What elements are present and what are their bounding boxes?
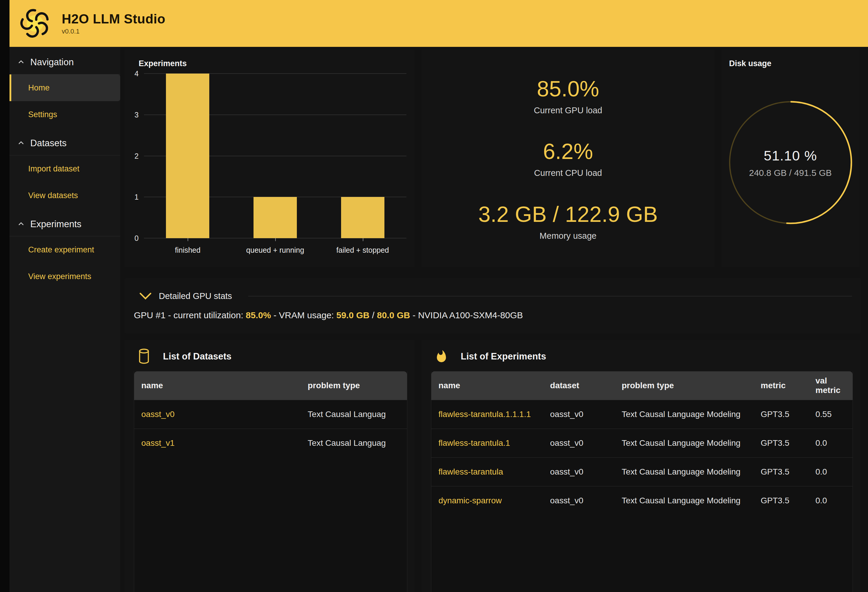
cpu-load-label: Current CPU load <box>534 168 602 178</box>
cell-problem-type: Text Causal Language Modeling <box>614 486 753 515</box>
experiments-list-card: List of Experiments namedatasetproblem t… <box>422 340 860 592</box>
table-row: flawless-tarantula.1oasst_v0Text Causal … <box>431 429 853 457</box>
cpu-load-stat: 6.2% Current CPU load <box>534 139 602 178</box>
experiments-chart-card: Experiments 01234finishedqueued + runnin… <box>124 50 415 267</box>
sidebar-item-create-experiment[interactable]: Create experiment <box>9 236 120 263</box>
table-row: flawless-tarantulaoasst_v0Text Causal La… <box>431 457 853 486</box>
gpu-details-card: Detailed GPU stats GPU #1 - current util… <box>124 278 861 333</box>
disk-usage-percent: 51.10 % <box>731 147 850 164</box>
experiments-list-title: List of Experiments <box>461 351 546 362</box>
sidebar-section-label: Datasets <box>30 138 66 149</box>
row-name-link[interactable]: flawless-tarantula <box>431 457 543 486</box>
sidebar-section-label: Navigation <box>30 57 74 68</box>
column-header-problem-type: problem type <box>301 371 407 400</box>
cell-val-metric: 0.0 <box>808 457 853 486</box>
sidebar-section-navigation[interactable]: Navigation <box>9 47 120 74</box>
experiments-table-wrap: namedatasetproblem typemetricval metric … <box>431 371 853 592</box>
database-icon <box>137 348 151 365</box>
table-row: flawless-tarantula.1.1.1.1oasst_v0Text C… <box>431 400 853 429</box>
chevron-up-icon <box>17 58 25 67</box>
sidebar-section-experiments[interactable]: Experiments <box>9 209 120 236</box>
experiments-list-header: List of Experiments <box>435 348 546 365</box>
table-row: oasst_v1Text Causal Languag <box>134 429 407 457</box>
row-name-link[interactable]: flawless-tarantula.1 <box>431 429 543 457</box>
disk-usage-title: Disk usage <box>729 59 772 68</box>
column-header-metric: metric <box>754 371 808 400</box>
gpu-stat-text: GPU #1 - current utilization: <box>134 310 246 320</box>
chart-title: Experiments <box>139 59 187 68</box>
sidebar-item-view-experiments[interactable]: View experiments <box>9 263 120 290</box>
experiments-table: namedatasetproblem typemetricval metric … <box>431 371 853 515</box>
cell-dataset: oasst_v0 <box>543 457 614 486</box>
x-axis-label: finished <box>175 246 200 255</box>
sidebar-item-label: Settings <box>28 110 57 119</box>
sidebar-item-import-dataset[interactable]: Import dataset <box>9 155 120 182</box>
bar-slot: finished <box>144 74 232 238</box>
row-name-link[interactable]: oasst_v1 <box>134 429 301 457</box>
chevron-down-icon <box>139 292 152 301</box>
sidebar-item-label: Home <box>28 83 50 93</box>
app-header: H2O LLM Studio v0.0.1 <box>9 0 868 47</box>
sidebar-section-datasets[interactable]: Datasets <box>9 128 120 155</box>
bar-queued-running <box>254 197 297 238</box>
sidebar-item-label: View experiments <box>28 272 92 281</box>
left-edge <box>0 0 9 592</box>
cell-val-metric: 0.55 <box>808 400 853 429</box>
column-header-name: name <box>431 371 543 400</box>
x-axis-tick <box>187 238 188 241</box>
cell-dataset: oasst_v0 <box>543 429 614 457</box>
gpu-details-title: Detailed GPU stats <box>159 291 232 301</box>
sidebar: Navigation Home Settings Datasets Import… <box>9 47 120 592</box>
disk-usage-readout: 51.10 % 240.8 GB / 491.5 GB <box>731 147 850 178</box>
sidebar-item-label: Import dataset <box>28 164 80 174</box>
datasets-list-title: List of Datasets <box>163 351 232 362</box>
sidebar-item-view-datasets[interactable]: View datasets <box>9 182 120 209</box>
x-axis-label: queued + running <box>246 246 304 255</box>
cell-metric: GPT3.5 <box>754 400 808 429</box>
memory-usage-label: Memory usage <box>540 231 597 241</box>
sidebar-item-home[interactable]: Home <box>9 74 120 101</box>
y-axis-tick: 2 <box>134 152 139 160</box>
gpu-details-line: GPU #1 - current utilization: 85.0% - VR… <box>134 310 523 320</box>
gpu-stat-text: - VRAM usage: <box>271 310 337 320</box>
bar-slot: failed + stopped <box>319 74 406 238</box>
cell-metric: GPT3.5 <box>754 486 808 515</box>
datasets-list-header: List of Datasets <box>137 348 232 365</box>
cell-problem-type: Text Causal Language Modeling <box>614 400 753 429</box>
gpu-stat-value: 80.0 GB <box>377 310 410 320</box>
y-axis-tick: 4 <box>134 69 139 78</box>
column-header-dataset: dataset <box>543 371 614 400</box>
datasets-table: nameproblem type oasst_v0Text Causal Lan… <box>134 371 407 457</box>
column-header-problem-type: problem type <box>614 371 753 400</box>
cell-problem-type: Text Causal Languag <box>301 429 407 457</box>
row-name-link[interactable]: dynamic-sparrow <box>431 486 543 515</box>
y-axis-tick: 3 <box>134 110 139 119</box>
sidebar-item-label: View datasets <box>28 191 78 200</box>
bar-slot: queued + running <box>232 74 319 238</box>
cell-metric: GPT3.5 <box>754 457 808 486</box>
cell-problem-type: Text Causal Languag <box>301 400 407 429</box>
sidebar-section-label: Experiments <box>30 219 81 230</box>
cell-problem-type: Text Causal Language Modeling <box>614 457 753 486</box>
flame-icon <box>435 348 448 365</box>
datasets-table-wrap: nameproblem type oasst_v0Text Causal Lan… <box>134 371 407 592</box>
sidebar-item-settings[interactable]: Settings <box>9 101 120 128</box>
gpu-stat-text: - NVIDIA A100-SXM4-80GB <box>410 310 523 320</box>
y-axis-tick: 1 <box>134 193 139 202</box>
row-name-link[interactable]: oasst_v0 <box>134 400 301 429</box>
gpu-load-value: 85.0% <box>537 76 599 102</box>
cpu-load-value: 6.2% <box>543 139 593 164</box>
x-axis-tick <box>275 238 276 241</box>
gpu-stat-text: / <box>370 310 377 320</box>
system-stats-card: 85.0% Current GPU load 6.2% Current CPU … <box>422 50 714 267</box>
cell-metric: GPT3.5 <box>754 429 808 457</box>
gpu-stat-value: 85.0% <box>246 310 271 320</box>
table-row: dynamic-sparrowoasst_v0Text Causal Langu… <box>431 486 853 515</box>
chevron-up-icon <box>17 220 25 229</box>
cell-val-metric: 0.0 <box>808 429 853 457</box>
row-name-link[interactable]: flawless-tarantula.1.1.1.1 <box>431 400 543 429</box>
gpu-details-expander[interactable]: Detailed GPU stats <box>139 291 852 301</box>
memory-usage-stat: 3.2 GB / 122.9 GB Memory usage <box>478 202 658 241</box>
app-version: v0.0.1 <box>62 28 165 35</box>
y-axis-tick: 0 <box>134 234 139 243</box>
